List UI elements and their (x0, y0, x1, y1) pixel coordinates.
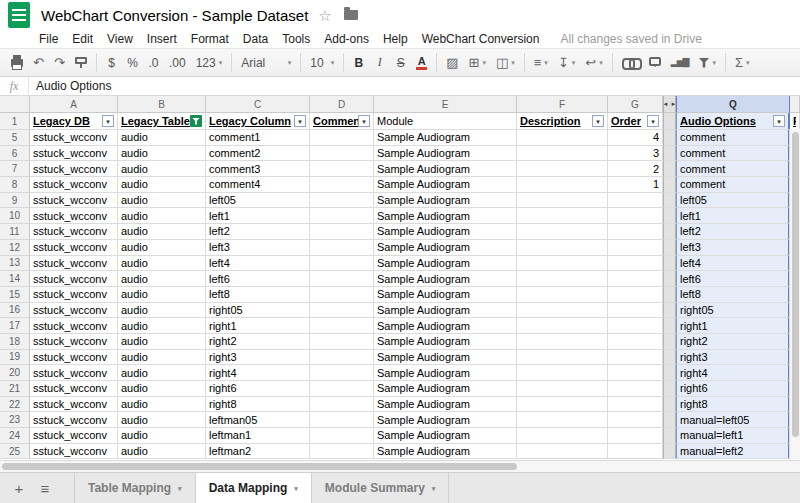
cell[interactable] (310, 334, 374, 350)
cell[interactable] (663, 334, 676, 350)
font-family-select[interactable]: Arial▾ (237, 52, 295, 74)
all-sheets-button[interactable]: ≡ (32, 473, 58, 503)
more-formats-button[interactable]: 123▾ (192, 52, 227, 74)
cell[interactable]: Sample Audiogram (374, 397, 517, 413)
row-header[interactable]: 5 (0, 130, 30, 146)
cell[interactable]: audio (118, 318, 206, 334)
cell[interactable]: left05 (206, 193, 310, 209)
cell[interactable]: sstuck_wcconv (30, 381, 118, 397)
row-header[interactable]: 13 (0, 256, 30, 272)
cell[interactable]: left4 (206, 256, 310, 272)
cell[interactable]: right4 (206, 365, 310, 381)
cell[interactable] (310, 287, 374, 303)
cell[interactable]: audio (118, 240, 206, 256)
print-button[interactable] (7, 52, 27, 74)
cell[interactable] (517, 130, 608, 146)
menu-tools[interactable]: Tools (275, 32, 317, 46)
redo-button[interactable]: ↷ (50, 52, 69, 74)
filter-dropdown-button[interactable]: ▾ (647, 115, 659, 127)
cell[interactable]: sstuck_wcconv (30, 412, 118, 428)
cell[interactable]: left1 (206, 208, 310, 224)
row-header[interactable]: 24 (0, 428, 30, 444)
insert-link-button[interactable] (618, 52, 643, 74)
borders-button[interactable]: ⊞▾ (465, 52, 490, 74)
filter-dropdown-button[interactable]: ▾ (102, 115, 114, 127)
star-icon[interactable]: ☆ (318, 8, 331, 23)
row-header[interactable]: 11 (0, 224, 30, 240)
filter-dropdown-button[interactable]: ▾ (592, 115, 604, 127)
filter-button[interactable]: ▾ (694, 52, 720, 74)
cell[interactable] (310, 161, 374, 177)
cell[interactable]: sstuck_wcconv (30, 271, 118, 287)
cell[interactable] (517, 161, 608, 177)
cell[interactable] (517, 350, 608, 366)
cell[interactable]: sstuck_wcconv (30, 334, 118, 350)
cell[interactable]: right4 (676, 365, 790, 381)
cell[interactable]: audio (118, 271, 206, 287)
row-header[interactable]: 21 (0, 381, 30, 397)
bold-button[interactable]: B (349, 52, 368, 74)
cell[interactable]: right2 (676, 334, 790, 350)
cell[interactable]: Sample Audiogram (374, 224, 517, 240)
cell[interactable] (663, 193, 676, 209)
cell[interactable] (517, 177, 608, 193)
percent-format-button[interactable]: % (123, 52, 142, 74)
cell[interactable]: right6 (206, 381, 310, 397)
cell[interactable]: left3 (676, 240, 790, 256)
cell[interactable]: manual=left05 (676, 412, 790, 428)
cell[interactable]: sstuck_wcconv (30, 428, 118, 444)
cell[interactable] (608, 208, 663, 224)
cell[interactable]: sstuck_wcconv (30, 350, 118, 366)
cell[interactable]: Legacy DB▾ (30, 113, 118, 130)
menu-add-ons[interactable]: Add-ons (317, 32, 376, 46)
column-header-A[interactable]: A (30, 96, 118, 113)
cell[interactable]: left8 (676, 287, 790, 303)
cell[interactable]: audio (118, 381, 206, 397)
cell[interactable]: comment (676, 161, 790, 177)
cell[interactable]: manual=left1 (676, 428, 790, 444)
cell[interactable] (517, 208, 608, 224)
cell[interactable]: sstuck_wcconv (30, 146, 118, 162)
cell[interactable]: Sample Audiogram (374, 428, 517, 444)
cell[interactable]: sstuck_wcconv (30, 256, 118, 272)
filter-dropdown-button[interactable]: ▾ (773, 115, 785, 127)
column-header-partial[interactable] (790, 96, 800, 113)
cell[interactable]: leftman05 (206, 412, 310, 428)
fill-color-button[interactable]: ▨ (442, 52, 462, 74)
cell[interactable] (608, 240, 663, 256)
cell[interactable] (663, 444, 676, 460)
merge-cells-button[interactable]: ◫▾ (492, 52, 519, 74)
cell[interactable]: left4 (676, 256, 790, 272)
select-all-corner[interactable] (0, 96, 30, 113)
row-header[interactable]: 1 (0, 113, 30, 130)
cell[interactable] (663, 381, 676, 397)
cell[interactable]: 3 (608, 146, 663, 162)
cell[interactable]: audio (118, 130, 206, 146)
functions-button[interactable]: Σ▾ (731, 52, 754, 74)
cell[interactable] (608, 412, 663, 428)
cell[interactable] (310, 350, 374, 366)
cell[interactable]: right2 (206, 334, 310, 350)
cell[interactable]: Legacy Table (118, 113, 206, 130)
row-header[interactable]: 25 (0, 444, 30, 460)
cell[interactable]: audio (118, 303, 206, 319)
cell[interactable]: right05 (206, 303, 310, 319)
cell[interactable] (608, 256, 663, 272)
column-header-E[interactable]: E (374, 96, 517, 113)
cell[interactable]: left6 (676, 271, 790, 287)
cell[interactable]: audio (118, 287, 206, 303)
cell[interactable] (310, 240, 374, 256)
row-header[interactable]: 16 (0, 303, 30, 319)
cell[interactable]: audio (118, 256, 206, 272)
cell[interactable] (517, 271, 608, 287)
tab-data-mapping[interactable]: Data Mapping▾ (195, 473, 312, 503)
cell[interactable]: left1 (676, 208, 790, 224)
hidden-columns-indicator[interactable]: ◄► (663, 96, 676, 113)
cell[interactable]: sstuck_wcconv (30, 224, 118, 240)
cell[interactable] (517, 365, 608, 381)
cell[interactable]: sstuck_wcconv (30, 444, 118, 460)
cell[interactable]: comment (676, 130, 790, 146)
cell[interactable] (310, 208, 374, 224)
cell[interactable]: Audio Options▾ (676, 113, 790, 130)
currency-format-button[interactable]: $ (102, 52, 121, 74)
